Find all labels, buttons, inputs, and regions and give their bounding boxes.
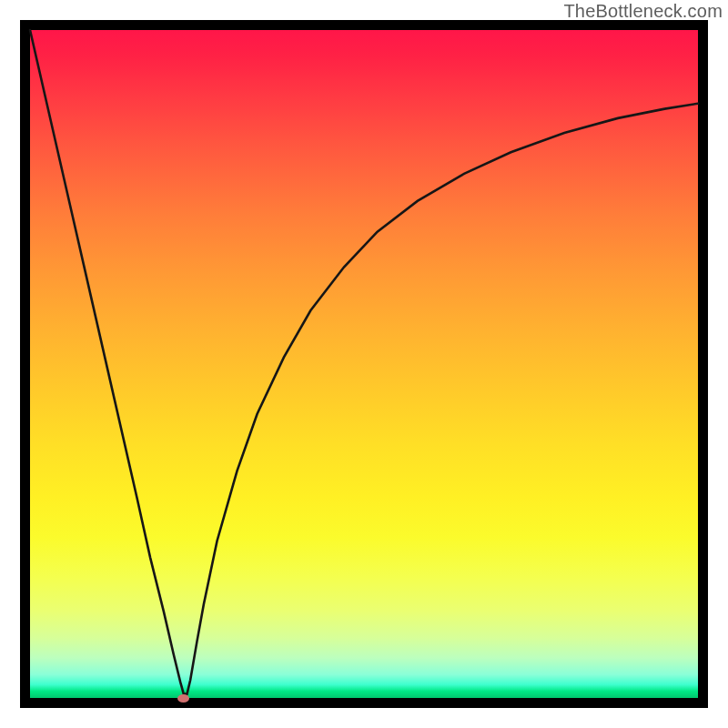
chart-frame xyxy=(20,20,708,708)
optimum-marker xyxy=(177,694,189,703)
chart-area xyxy=(30,30,698,698)
chart-curve-svg xyxy=(30,30,698,698)
attribution-text: TheBottleneck.com xyxy=(563,1,723,22)
